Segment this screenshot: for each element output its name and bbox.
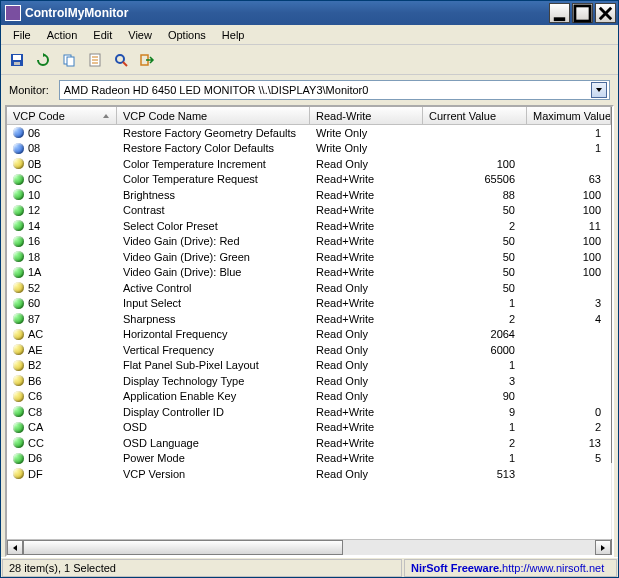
cell-name: Power Mode bbox=[117, 452, 310, 464]
status-dot-icon bbox=[13, 143, 24, 154]
col-vcp-code[interactable]: VCP Code bbox=[7, 107, 117, 124]
scroll-left-icon[interactable] bbox=[7, 540, 23, 555]
horizontal-scrollbar[interactable] bbox=[7, 539, 611, 555]
table-row[interactable]: 52Active ControlRead Only50 bbox=[7, 280, 611, 296]
monitor-combo[interactable]: AMD Radeon HD 6450 LED MONITOR \\.\DISPL… bbox=[59, 80, 610, 100]
table-row[interactable]: B6Display Technology TypeRead Only3 bbox=[7, 373, 611, 389]
cell-rw: Read+Write bbox=[310, 406, 423, 418]
table-row[interactable]: 16Video Gain (Drive): RedRead+Write50100 bbox=[7, 234, 611, 250]
monitor-bar: Monitor: AMD Radeon HD 6450 LED MONITOR … bbox=[1, 75, 618, 105]
cell-max: 100 bbox=[527, 189, 611, 201]
cell-max: 100 bbox=[527, 251, 611, 263]
status-dot-icon bbox=[13, 422, 24, 433]
find-icon[interactable] bbox=[111, 50, 131, 70]
cell-current: 90 bbox=[423, 390, 527, 402]
table-row[interactable]: 12ContrastRead+Write50100 bbox=[7, 203, 611, 219]
table-row[interactable]: 14Select Color PresetRead+Write211 bbox=[7, 218, 611, 234]
cell-current: 88 bbox=[423, 189, 527, 201]
maximize-button[interactable] bbox=[572, 3, 593, 23]
cell-rw: Read+Write bbox=[310, 173, 423, 185]
table-row[interactable]: 18Video Gain (Drive): GreenRead+Write501… bbox=[7, 249, 611, 265]
cell-name: Color Temperature Increment bbox=[117, 158, 310, 170]
cell-rw: Read Only bbox=[310, 282, 423, 294]
main-area: VCP Code VCP Code Name Read-Write Curren… bbox=[1, 105, 618, 557]
col-vcp-name[interactable]: VCP Code Name bbox=[117, 107, 310, 124]
status-dot-icon bbox=[13, 205, 24, 216]
table-row[interactable]: 10BrightnessRead+Write88100 bbox=[7, 187, 611, 203]
table-row[interactable]: 0BColor Temperature IncrementRead Only10… bbox=[7, 156, 611, 172]
properties-icon[interactable] bbox=[85, 50, 105, 70]
table-row[interactable]: D6Power ModeRead+Write15 bbox=[7, 451, 611, 467]
save-icon[interactable] bbox=[7, 50, 27, 70]
menu-file[interactable]: File bbox=[5, 27, 39, 43]
status-bar: 28 item(s), 1 Selected NirSoft Freeware.… bbox=[1, 557, 618, 577]
cell-rw: Read+Write bbox=[310, 235, 423, 247]
cell-rw: Read Only bbox=[310, 359, 423, 371]
cell-name: Video Gain (Drive): Red bbox=[117, 235, 310, 247]
table-row[interactable]: 87SharpnessRead+Write24 bbox=[7, 311, 611, 327]
scroll-track[interactable] bbox=[343, 540, 595, 555]
cell-max: 100 bbox=[527, 266, 611, 278]
scroll-thumb[interactable] bbox=[23, 540, 343, 555]
menu-help[interactable]: Help bbox=[214, 27, 253, 43]
cell-rw: Read+Write bbox=[310, 437, 423, 449]
status-dot-icon bbox=[13, 468, 24, 479]
cell-max: 0 bbox=[527, 406, 611, 418]
list-body[interactable]: 06Restore Factory Geometry DefaultsWrite… bbox=[7, 125, 611, 539]
status-dot-icon bbox=[13, 236, 24, 247]
col-read-write[interactable]: Read-Write bbox=[310, 107, 423, 124]
close-button[interactable] bbox=[595, 3, 616, 23]
col-max-value[interactable]: Maximum Value bbox=[527, 107, 611, 124]
brand-link[interactable]: http://www.nirsoft.net bbox=[502, 562, 604, 574]
copy-icon[interactable] bbox=[59, 50, 79, 70]
cell-name: Brightness bbox=[117, 189, 310, 201]
menu-view[interactable]: View bbox=[120, 27, 160, 43]
table-row[interactable]: 1AVideo Gain (Drive): BlueRead+Write5010… bbox=[7, 265, 611, 281]
list-view[interactable]: VCP Code VCP Code Name Read-Write Curren… bbox=[5, 105, 614, 557]
cell-current: 3 bbox=[423, 375, 527, 387]
refresh-icon[interactable] bbox=[33, 50, 53, 70]
table-row[interactable]: CCOSD LanguageRead+Write213 bbox=[7, 435, 611, 451]
status-brand: NirSoft Freeware. http://www.nirsoft.net bbox=[404, 559, 617, 577]
table-row[interactable]: ACHorizontal FrequencyRead Only2064 bbox=[7, 327, 611, 343]
column-headers: VCP Code VCP Code Name Read-Write Curren… bbox=[7, 107, 611, 125]
col-current-value[interactable]: Current Value bbox=[423, 107, 527, 124]
table-row[interactable]: AEVertical FrequencyRead Only6000 bbox=[7, 342, 611, 358]
cell-max: 100 bbox=[527, 204, 611, 216]
menu-options[interactable]: Options bbox=[160, 27, 214, 43]
scroll-thumb-v[interactable] bbox=[611, 123, 614, 463]
cell-name: OSD Language bbox=[117, 437, 310, 449]
cell-rw: Read Only bbox=[310, 158, 423, 170]
table-row[interactable]: 08Restore Factory Color DefaultsWrite On… bbox=[7, 141, 611, 157]
cell-name: Display Technology Type bbox=[117, 375, 310, 387]
menu-edit[interactable]: Edit bbox=[85, 27, 120, 43]
cell-name: Select Color Preset bbox=[117, 220, 310, 232]
cell-rw: Read Only bbox=[310, 328, 423, 340]
status-dot-icon bbox=[13, 267, 24, 278]
cell-name: Active Control bbox=[117, 282, 310, 294]
table-row[interactable]: B2Flat Panel Sub-Pixel LayoutRead Only1 bbox=[7, 358, 611, 374]
exit-icon[interactable] bbox=[137, 50, 157, 70]
table-row[interactable]: 60Input SelectRead+Write13 bbox=[7, 296, 611, 312]
cell-current: 1 bbox=[423, 359, 527, 371]
table-row[interactable]: C8Display Controller IDRead+Write90 bbox=[7, 404, 611, 420]
table-row[interactable]: DFVCP VersionRead Only513 bbox=[7, 466, 611, 482]
menu-action[interactable]: Action bbox=[39, 27, 86, 43]
cell-name: Video Gain (Drive): Green bbox=[117, 251, 310, 263]
table-row[interactable]: 0CColor Temperature RequestRead+Write655… bbox=[7, 172, 611, 188]
vertical-scrollbar[interactable] bbox=[611, 107, 614, 555]
table-row[interactable]: C6Application Enable KeyRead Only90 bbox=[7, 389, 611, 405]
scroll-right-icon[interactable] bbox=[595, 540, 611, 555]
cell-current: 2064 bbox=[423, 328, 527, 340]
table-row[interactable]: 06Restore Factory Geometry DefaultsWrite… bbox=[7, 125, 611, 141]
cell-name: Horizontal Frequency bbox=[117, 328, 310, 340]
svg-line-14 bbox=[123, 62, 127, 66]
minimize-button[interactable] bbox=[549, 3, 570, 23]
scroll-track-v[interactable] bbox=[611, 463, 614, 539]
cell-rw: Write Only bbox=[310, 142, 423, 154]
scroll-up-icon[interactable] bbox=[611, 107, 614, 123]
scroll-down-icon[interactable] bbox=[611, 539, 614, 555]
cell-rw: Read+Write bbox=[310, 421, 423, 433]
chevron-down-icon[interactable] bbox=[591, 82, 607, 98]
table-row[interactable]: CAOSDRead+Write12 bbox=[7, 420, 611, 436]
